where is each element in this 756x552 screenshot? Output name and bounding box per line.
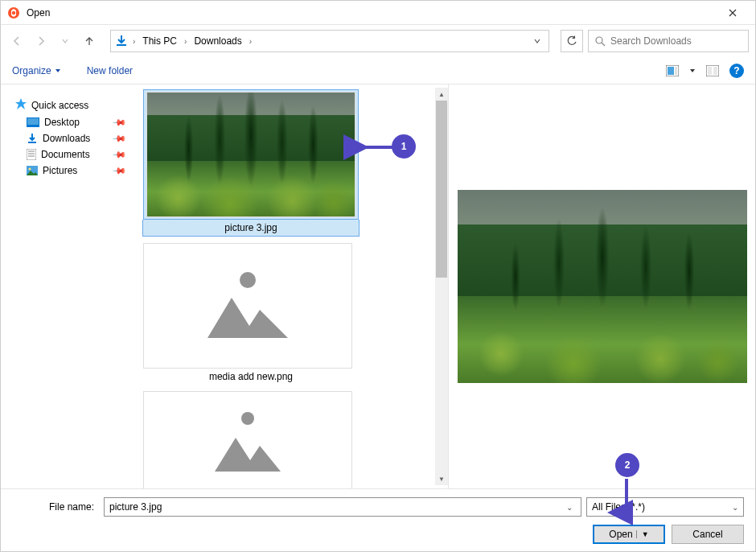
desktop-icon — [27, 117, 39, 127]
scrollbar[interactable]: ▲ ▼ — [435, 88, 448, 485]
sidebar-item-documents[interactable]: Documents 📌 — [6, 146, 133, 163]
file-thumbnail — [143, 391, 352, 488]
star-icon — [15, 98, 27, 112]
cancel-button[interactable]: Cancel — [672, 525, 744, 544]
pin-icon: 📌 — [111, 163, 126, 178]
chevron-right-icon[interactable]: › — [130, 37, 138, 46]
preview-image — [458, 190, 747, 383]
annotation-arrow-2 — [618, 477, 635, 520]
breadcrumb-dropdown-icon[interactable] — [529, 35, 545, 47]
filename-label: File name: — [12, 501, 99, 513]
open-label: Open — [609, 529, 632, 540]
open-button[interactable]: Open ▼ — [593, 525, 665, 544]
file-thumbnail — [146, 92, 355, 217]
chevron-down-icon[interactable]: ▼ — [636, 530, 649, 538]
file-item-partial[interactable] — [142, 391, 360, 488]
breadcrumb-this-pc[interactable]: This PC — [139, 35, 180, 47]
downloads-icon — [27, 133, 38, 144]
svg-point-3 — [596, 37, 602, 43]
chevron-down-icon[interactable]: ⌄ — [732, 503, 738, 512]
new-folder-label: New folder — [87, 65, 133, 76]
annotation-badge-2: 2 — [615, 453, 639, 477]
nav-bar: › This PC › Downloads › — [1, 25, 755, 57]
sidebar-item-label: Documents — [41, 149, 109, 160]
chevron-right-icon[interactable]: › — [182, 37, 189, 46]
sidebar: Quick access Desktop 📌 Downloads 📌 Docum… — [1, 84, 138, 488]
filename-input[interactable] — [109, 501, 563, 513]
pin-icon: 📌 — [111, 130, 126, 146]
preview-pane — [448, 84, 755, 488]
sidebar-item-label: Pictures — [43, 165, 109, 176]
file-item-picture-3[interactable]: ✓ picture 3.jpg — [142, 89, 360, 237]
svg-point-18 — [29, 168, 31, 171]
toolbar: Organize New folder ? — [1, 57, 755, 84]
view-button[interactable] — [704, 62, 721, 80]
sidebar-item-label: Desktop — [44, 117, 109, 128]
scroll-down-icon[interactable]: ▼ — [435, 472, 448, 485]
pin-icon: 📌 — [111, 114, 126, 130]
back-button[interactable] — [7, 31, 27, 51]
sidebar-item-pictures[interactable]: Pictures 📌 — [6, 163, 133, 179]
refresh-button[interactable] — [561, 30, 583, 52]
organize-button[interactable]: Organize — [12, 65, 61, 76]
svg-point-19 — [240, 272, 256, 288]
file-name-label: media add new.png — [209, 371, 293, 382]
chevron-down-icon — [55, 68, 61, 73]
scrollbar-thumb[interactable] — [436, 101, 447, 278]
sidebar-quick-access[interactable]: Quick access — [6, 96, 133, 114]
chevron-down-icon[interactable] — [689, 68, 696, 73]
chevron-down-icon[interactable]: ⌄ — [563, 503, 576, 512]
recent-dropdown-icon[interactable] — [55, 31, 75, 51]
svg-rect-6 — [675, 67, 677, 75]
app-icon — [7, 6, 20, 19]
new-folder-button[interactable]: New folder — [87, 65, 133, 76]
help-button[interactable]: ? — [729, 64, 744, 78]
forward-button[interactable] — [31, 31, 51, 51]
svg-rect-2 — [117, 44, 126, 46]
title-bar: Open — [1, 1, 755, 25]
scroll-up-icon[interactable]: ▲ — [435, 88, 448, 101]
bottom-bar: File name: ⌄ All Files (*.*) ⌄ Open ▼ Ca… — [1, 488, 755, 551]
svg-rect-8 — [708, 67, 712, 75]
svg-point-1 — [12, 10, 15, 14]
breadcrumb-downloads[interactable]: Downloads — [191, 35, 244, 47]
file-name-label: picture 3.jpg — [224, 222, 277, 233]
annotation-badge-1: 1 — [392, 134, 416, 159]
pin-icon: 📌 — [111, 146, 126, 162]
organize-label: Organize — [12, 65, 51, 76]
downloads-icon — [114, 34, 129, 48]
svg-rect-12 — [28, 142, 36, 143]
preview-pane-button[interactable] — [664, 62, 681, 80]
documents-icon — [27, 149, 36, 160]
search-input[interactable] — [610, 35, 742, 47]
pictures-icon — [27, 166, 38, 175]
svg-rect-5 — [668, 67, 674, 75]
close-button[interactable] — [717, 2, 749, 24]
sidebar-item-desktop[interactable]: Desktop 📌 — [6, 114, 133, 130]
svg-rect-11 — [27, 118, 39, 125]
cancel-label: Cancel — [692, 529, 722, 540]
filetype-filter[interactable]: All Files (*.*) ⌄ — [586, 497, 744, 517]
search-box[interactable] — [588, 30, 749, 52]
search-icon — [595, 36, 606, 47]
file-item-media-add-new[interactable]: media add new.png — [142, 243, 360, 385]
svg-point-20 — [241, 412, 254, 425]
chevron-right-icon[interactable]: › — [247, 37, 254, 46]
window-title: Open — [27, 7, 717, 19]
filename-field[interactable]: ⌄ — [104, 497, 581, 517]
svg-rect-13 — [27, 149, 36, 160]
up-button[interactable] — [80, 31, 99, 51]
quick-access-label: Quick access — [31, 100, 125, 111]
sidebar-item-label: Downloads — [43, 133, 109, 144]
breadcrumb-bar[interactable]: › This PC › Downloads › — [110, 30, 549, 52]
svg-rect-9 — [713, 67, 717, 75]
sidebar-item-downloads[interactable]: Downloads 📌 — [6, 130, 133, 146]
file-thumbnail — [143, 243, 352, 369]
